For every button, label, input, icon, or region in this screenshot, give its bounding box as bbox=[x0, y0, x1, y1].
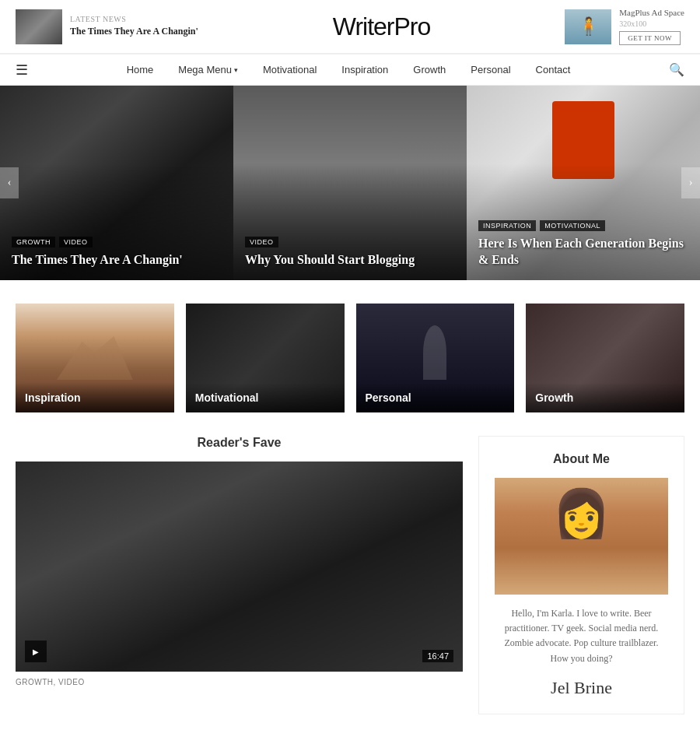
category-personal-label: Personal bbox=[366, 391, 411, 404]
about-image bbox=[495, 478, 668, 595]
latest-news-text: Latest News The Times They Are A Changin… bbox=[70, 15, 198, 38]
dropdown-arrow: ▾ bbox=[234, 66, 238, 74]
about-person-image bbox=[495, 478, 668, 595]
nav-personal[interactable]: Personal bbox=[458, 54, 523, 85]
ad-image: 🧍 bbox=[565, 9, 611, 44]
category-growth-overlay: Growth bbox=[526, 383, 684, 412]
slide-3-overlay: INSPIRATION MOTIVATIONAL Here Is When Ea… bbox=[467, 209, 700, 280]
category-card-personal[interactable]: Personal bbox=[356, 304, 515, 412]
hero-slide-2[interactable]: VIDEO Why You Should Start Blogging bbox=[233, 86, 467, 280]
nav-inspiration[interactable]: Inspiration bbox=[329, 54, 401, 85]
category-inspiration-overlay: Inspiration bbox=[16, 383, 174, 412]
category-card-inspiration[interactable]: Inspiration bbox=[16, 304, 174, 412]
category-growth-label: Growth bbox=[535, 391, 573, 404]
category-personal-overlay: Personal bbox=[356, 383, 515, 412]
slider-prev-button[interactable]: ‹ bbox=[0, 167, 19, 198]
signature: Jel Brine bbox=[495, 678, 668, 698]
ad-button[interactable]: GET IT NOW bbox=[619, 31, 681, 45]
nav-growth[interactable]: Growth bbox=[401, 54, 458, 85]
video-icon-badge: ▶ bbox=[25, 641, 47, 662]
nav-contact[interactable]: Contact bbox=[523, 54, 583, 85]
latest-news-thumbnail bbox=[16, 9, 62, 44]
slider-next-button[interactable]: › bbox=[681, 167, 700, 198]
ad-text-block: MagPlus Ad Space 320x100 GET IT NOW bbox=[619, 8, 684, 45]
sidebar: About Me Hello, I'm Karla. I love to wri… bbox=[478, 436, 684, 714]
featured-article-image bbox=[16, 462, 463, 672]
nav-motivational[interactable]: Motivational bbox=[250, 54, 329, 85]
featured-article[interactable]: ▶ 16:47 bbox=[16, 462, 463, 672]
hero-slider: ‹ GROWTH VIDEO The Times They Are A Chan… bbox=[0, 86, 700, 280]
readers-fave-section: Reader's Fave ▶ 16:47 GROWTH, VIDEO bbox=[16, 436, 463, 714]
hero-slide-3[interactable]: INSPIRATION MOTIVATIONAL Here Is When Ea… bbox=[467, 86, 700, 280]
category-motivational-overlay: Motivational bbox=[186, 383, 345, 412]
hero-slide-1[interactable]: GROWTH VIDEO The Times They Are A Changi… bbox=[0, 86, 233, 280]
slide-1-tag-video: VIDEO bbox=[59, 237, 93, 247]
duration-badge: 16:47 bbox=[422, 650, 453, 662]
category-section: Inspiration Motivational Personal Growth bbox=[0, 280, 700, 436]
nav-mega-menu[interactable]: Mega Menu ▾ bbox=[166, 54, 250, 85]
latest-news-block: Latest News The Times They Are A Changin… bbox=[16, 9, 198, 44]
slide-3-tags: INSPIRATION MOTIVATIONAL bbox=[478, 220, 688, 231]
latest-news-label: Latest News bbox=[70, 15, 198, 23]
slide-1-tags: GROWTH VIDEO bbox=[12, 237, 222, 247]
slide-2-title: Why You Should Start Blogging bbox=[245, 252, 455, 268]
nav-links: Home Mega Menu ▾ Motivational Inspiratio… bbox=[28, 54, 669, 85]
main-content: Reader's Fave ▶ 16:47 GROWTH, VIDEO Abou… bbox=[0, 436, 700, 730]
site-logo[interactable]: WriterPro bbox=[333, 12, 431, 41]
ad-title: MagPlus Ad Space bbox=[619, 8, 684, 17]
slide-3-tag-motivational: MOTIVATIONAL bbox=[540, 220, 605, 231]
nav-bar: ☰ Home Mega Menu ▾ Motivational Inspirat… bbox=[0, 54, 700, 86]
article-tags-bottom: GROWTH, VIDEO bbox=[16, 678, 463, 686]
category-inspiration-label: Inspiration bbox=[25, 391, 81, 404]
about-widget-title: About Me bbox=[495, 452, 668, 466]
readers-fave-title: Reader's Fave bbox=[16, 436, 463, 450]
slide-1-title: The Times They Are A Changin' bbox=[12, 252, 222, 268]
category-motivational-label: Motivational bbox=[195, 391, 259, 404]
hamburger-menu[interactable]: ☰ bbox=[16, 61, 28, 79]
slide-3-title: Here Is When Each Generation Begins & En… bbox=[478, 236, 688, 268]
latest-news-title: The Times They Are A Changin' bbox=[70, 26, 198, 38]
header-top: Latest News The Times They Are A Changin… bbox=[0, 0, 700, 54]
category-card-growth[interactable]: Growth bbox=[526, 304, 684, 412]
about-widget: About Me Hello, I'm Karla. I love to wri… bbox=[478, 436, 684, 714]
article-tags-text: GROWTH, VIDEO bbox=[16, 678, 85, 686]
nav-home[interactable]: Home bbox=[114, 54, 166, 85]
ad-size: 320x100 bbox=[619, 19, 684, 28]
slide-2-overlay: VIDEO Why You Should Start Blogging bbox=[233, 225, 467, 280]
slide-2-tags: VIDEO bbox=[245, 237, 455, 247]
category-card-motivational[interactable]: Motivational bbox=[186, 304, 345, 412]
slide-2-tag-video: VIDEO bbox=[245, 237, 278, 247]
search-icon[interactable]: 🔍 bbox=[669, 62, 684, 77]
slide-1-tag-growth: GROWTH bbox=[12, 237, 55, 247]
ad-space: 🧍 MagPlus Ad Space 320x100 GET IT NOW bbox=[565, 8, 684, 45]
slide-3-tag-inspiration: INSPIRATION bbox=[478, 220, 536, 231]
about-description: Hello, I'm Karla. I love to write. Beer … bbox=[495, 606, 668, 666]
category-grid: Inspiration Motivational Personal Growth bbox=[16, 304, 684, 412]
slide-1-overlay: GROWTH VIDEO The Times They Are A Changi… bbox=[0, 225, 233, 280]
